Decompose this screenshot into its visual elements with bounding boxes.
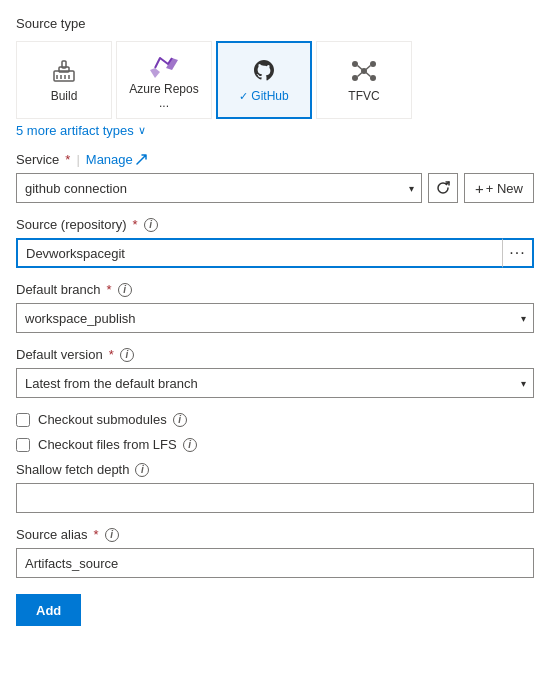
manage-link[interactable]: Manage: [86, 152, 147, 167]
shallow-fetch-input[interactable]: [16, 483, 534, 513]
source-repo-required: *: [133, 217, 138, 232]
tfvc-icon: [350, 57, 378, 85]
default-version-required: *: [109, 347, 114, 362]
checkout-submodules-info-icon[interactable]: i: [173, 413, 187, 427]
default-branch-required: *: [107, 282, 112, 297]
checkout-submodules-label[interactable]: Checkout submodules i: [38, 412, 187, 427]
checkout-submodules-row: Checkout submodules i: [16, 412, 534, 427]
source-type-build[interactable]: Build: [16, 41, 112, 119]
svg-line-14: [358, 66, 363, 70]
tfvc-label: TFVC: [348, 89, 379, 103]
default-branch-dropdown[interactable]: workspace_publish main develop: [16, 303, 534, 333]
refresh-icon: [436, 181, 450, 195]
checkout-lfs-info-icon[interactable]: i: [183, 438, 197, 452]
svg-line-15: [366, 66, 371, 70]
source-type-azure-repos[interactable]: Azure Repos ...: [116, 41, 212, 119]
svg-line-16: [358, 73, 363, 77]
dots-icon: ···: [509, 244, 525, 262]
checkout-lfs-label[interactable]: Checkout files from LFS i: [38, 437, 197, 452]
checkout-lfs-checkbox[interactable]: [16, 438, 30, 452]
artifact-chevron-icon: ∨: [138, 124, 146, 137]
source-alias-section: Source alias * i: [16, 527, 534, 578]
source-alias-input[interactable]: [16, 548, 534, 578]
github-label: GitHub: [251, 89, 288, 103]
source-alias-info-icon[interactable]: i: [105, 528, 119, 542]
service-dropdown-wrapper: github connection ▾: [16, 173, 422, 203]
build-label: Build: [51, 89, 78, 103]
svg-marker-8: [150, 68, 160, 78]
refresh-button[interactable]: [428, 173, 458, 203]
checkout-lfs-row: Checkout files from LFS i: [16, 437, 534, 452]
default-version-info-icon[interactable]: i: [120, 348, 134, 362]
add-button[interactable]: Add: [16, 594, 81, 626]
default-version-label: Default version * i: [16, 347, 534, 362]
default-branch-dropdown-wrapper: workspace_publish main develop ▾: [16, 303, 534, 333]
plus-icon: +: [475, 181, 484, 196]
source-alias-label: Source alias * i: [16, 527, 534, 542]
source-repo-info-icon[interactable]: i: [144, 218, 158, 232]
external-link-icon: [136, 154, 147, 165]
repo-input-row: ···: [16, 238, 534, 268]
source-alias-required: *: [94, 527, 99, 542]
service-dropdown[interactable]: github connection: [16, 173, 422, 203]
github-icon: [250, 57, 278, 85]
default-branch-info-icon[interactable]: i: [118, 283, 132, 297]
build-icon: [50, 57, 78, 85]
shallow-fetch-info-icon[interactable]: i: [135, 463, 149, 477]
checkout-submodules-checkbox[interactable]: [16, 413, 30, 427]
default-version-dropdown-wrapper: Latest from the default branch Specify a…: [16, 368, 534, 398]
azure-repos-label: Azure Repos ...: [125, 82, 203, 110]
default-version-dropdown[interactable]: Latest from the default branch Specify a…: [16, 368, 534, 398]
service-section: Service * | Manage github connection ▾ +…: [16, 152, 534, 203]
pipe-divider: |: [76, 152, 79, 167]
artifact-types-link[interactable]: 5 more artifact types ∨: [16, 123, 534, 138]
source-type-grid: Build Azure Repos ... ✓ GitHub: [16, 41, 534, 119]
source-type-github[interactable]: ✓ GitHub: [216, 41, 312, 119]
service-required: *: [65, 152, 70, 167]
source-repo-label: Source (repository) * i: [16, 217, 534, 232]
source-repo-section: Source (repository) * i ···: [16, 217, 534, 268]
svg-line-17: [366, 73, 371, 77]
new-button[interactable]: + + New: [464, 173, 534, 203]
azure-repos-icon: [150, 50, 178, 78]
default-branch-label: Default branch * i: [16, 282, 534, 297]
service-label: Service *: [16, 152, 70, 167]
repo-dots-button[interactable]: ···: [502, 238, 534, 268]
source-type-label: Source type: [16, 16, 534, 31]
artifact-types-text: 5 more artifact types: [16, 123, 134, 138]
default-version-section: Default version * i Latest from the defa…: [16, 347, 534, 398]
shallow-fetch-section: Shallow fetch depth i: [16, 462, 534, 513]
default-branch-section: Default branch * i workspace_publish mai…: [16, 282, 534, 333]
github-check: ✓: [239, 90, 248, 103]
source-type-tfvc[interactable]: TFVC: [316, 41, 412, 119]
shallow-fetch-label: Shallow fetch depth i: [16, 462, 534, 477]
add-button-row: Add: [16, 594, 534, 626]
repo-input[interactable]: [16, 238, 502, 268]
